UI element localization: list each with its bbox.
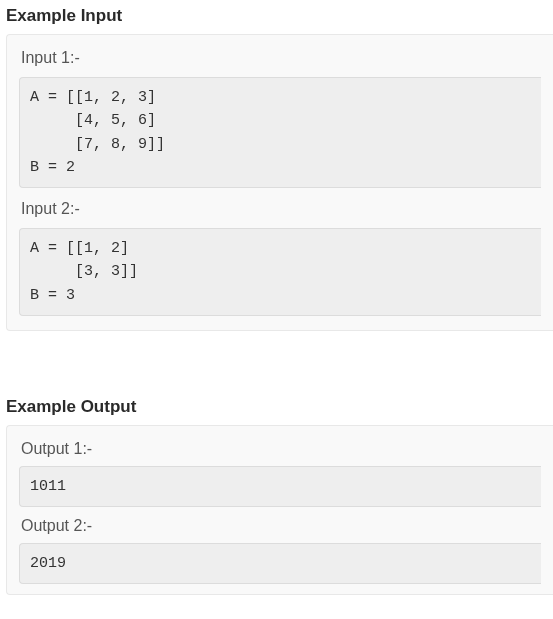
output-2-label: Output 2:-: [21, 517, 541, 535]
input-1-label: Input 1:-: [21, 49, 541, 67]
input-2-code: A = [[1, 2] [3, 3]] B = 3: [19, 228, 541, 316]
example-input-section: Example Input Input 1:- A = [[1, 2, 3] […: [0, 0, 553, 331]
example-output-heading: Example Output: [0, 391, 553, 425]
output-2-code: 2019: [19, 543, 541, 584]
example-input-heading: Example Input: [0, 0, 553, 34]
section-gap: [0, 331, 553, 391]
input-2-label: Input 2:-: [21, 200, 541, 218]
example-input-panel: Input 1:- A = [[1, 2, 3] [4, 5, 6] [7, 8…: [6, 34, 553, 331]
output-1-label: Output 1:-: [21, 440, 541, 458]
example-output-panel: Output 1:- 1011 Output 2:- 2019: [6, 425, 553, 596]
input-1-code: A = [[1, 2, 3] [4, 5, 6] [7, 8, 9]] B = …: [19, 77, 541, 188]
example-output-section: Example Output Output 1:- 1011 Output 2:…: [0, 391, 553, 596]
output-1-code: 1011: [19, 466, 541, 507]
